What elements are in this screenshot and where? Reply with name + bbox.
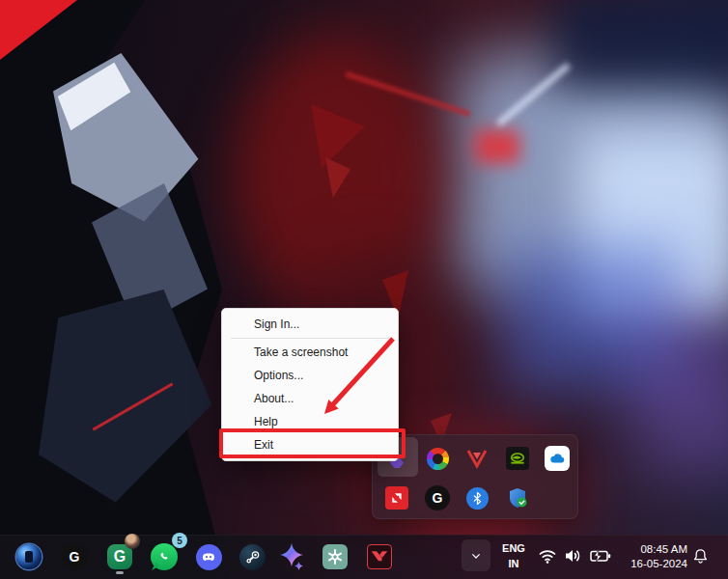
menu-separator	[231, 338, 389, 339]
tray-icon-nvidia[interactable]	[505, 446, 530, 471]
tray-icon-bluetooth[interactable]	[464, 485, 490, 510]
whatsapp-icon	[151, 543, 178, 570]
taskbar-app-logitech-ghub[interactable]: G	[55, 538, 94, 576]
taskbar-clock[interactable]: 08:45 AM 16-05-2024	[616, 542, 687, 571]
chevron-down-icon	[468, 548, 484, 564]
desktop: G Sign In... Take a screenshot Options..…	[0, 0, 728, 579]
menu-item-sign-in[interactable]: Sign In...	[222, 313, 398, 336]
tray-icon-vanced[interactable]	[464, 446, 490, 471]
taskbar-app-chatgpt[interactable]	[316, 538, 354, 576]
steam-icon	[239, 544, 266, 570]
whatsapp-badge: 5	[172, 533, 187, 548]
language-line2: IN	[496, 556, 531, 571]
onedrive-cloud-icon	[545, 446, 570, 471]
bell-icon	[691, 547, 710, 565]
annotation-highlight-box	[219, 428, 406, 458]
language-line1: ENG	[496, 540, 531, 556]
running-app-indicator	[116, 571, 124, 574]
logitech-g-icon: G	[425, 485, 450, 510]
red-v-icon	[465, 447, 489, 470]
menu-item-about[interactable]: About...	[222, 387, 398, 410]
discord-icon	[196, 544, 222, 570]
menu-item-take-screenshot[interactable]: Take a screenshot	[222, 341, 398, 364]
taskbar-app-discord[interactable]	[189, 538, 228, 576]
taskbar-app-steam[interactable]	[233, 538, 271, 576]
volume-icon	[563, 545, 584, 566]
user-avatar	[125, 534, 140, 549]
nvidia-icon	[506, 447, 529, 470]
notification-bell-button[interactable]	[691, 547, 710, 569]
wifi-icon	[537, 545, 558, 566]
taskbar-app-valorant[interactable]	[360, 538, 399, 576]
tray-icon-logitech-g[interactable]: G	[425, 485, 450, 510]
copilot-sparkle-icon	[278, 542, 307, 571]
language-indicator[interactable]: ENG IN	[496, 540, 531, 571]
bluetooth-icon	[466, 487, 489, 510]
wallpaper	[0, 0, 728, 579]
amd-icon	[385, 486, 408, 510]
tray-icon-amd[interactable]	[384, 485, 409, 510]
taskbar-app-copilot[interactable]	[273, 538, 312, 576]
battery-charging-icon	[589, 545, 612, 566]
valorant-v-icon	[367, 544, 392, 569]
taskbar-app-blue-orb[interactable]	[10, 538, 48, 576]
taskbar-app-whatsapp[interactable]: 5	[145, 538, 183, 576]
taskbar-app-grammarly[interactable]: G	[100, 538, 139, 576]
quick-settings[interactable]	[537, 545, 612, 566]
clock-time: 08:45 AM	[616, 542, 687, 557]
tray-icon-color-wheel[interactable]	[425, 446, 450, 471]
tray-overflow-chevron-button[interactable]	[462, 539, 490, 571]
clock-date: 16-05-2024	[616, 557, 687, 571]
security-shield-icon	[506, 486, 529, 510]
menu-item-options[interactable]: Options...	[222, 364, 398, 387]
tray-icon-windows-security[interactable]	[505, 485, 530, 510]
blue-orb-icon	[16, 544, 42, 569]
tray-icon-onedrive[interactable]	[545, 446, 570, 471]
color-wheel-icon	[427, 448, 449, 470]
chatgpt-icon	[322, 544, 348, 569]
logitech-g-icon: G	[62, 544, 87, 569]
